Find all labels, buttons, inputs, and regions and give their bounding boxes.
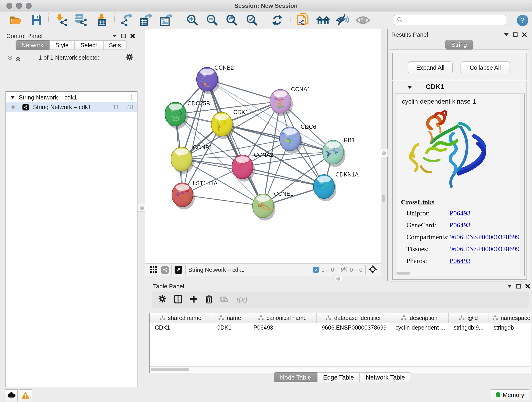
node-CCNB1[interactable]: CCNB1	[171, 144, 212, 174]
hidden-eye-icon[interactable]	[340, 266, 348, 274]
network-view[interactable]: CCNB2CCNA1CDC25BCDK1CDC6RB1CCNB1CCNA2CDK…	[145, 29, 381, 263]
network-view-title: String Network – cdk1	[188, 267, 244, 273]
zoom-fit-icon[interactable]	[224, 13, 239, 27]
tab-network-table[interactable]: Network Table	[360, 372, 411, 382]
node-CCNB2[interactable]: CCNB2	[196, 64, 234, 94]
panel-close-icon[interactable]	[525, 284, 530, 289]
node-CDC6[interactable]: CDC6	[279, 123, 316, 153]
node-CDKN1A[interactable]: CDKN1A	[313, 171, 359, 201]
expand-all-button[interactable]: Expand All	[408, 61, 453, 73]
cloud-button[interactable]	[5, 389, 18, 401]
left-splitter-grip[interactable]	[138, 204, 145, 212]
open-session-icon[interactable]	[8, 13, 23, 27]
crosslink-link[interactable]: P06493	[450, 257, 471, 265]
table-hscrollbar[interactable]	[150, 366, 530, 372]
edge-CDK1-RB1[interactable]	[222, 124, 333, 152]
search-field[interactable]	[394, 15, 506, 25]
panel-close-icon[interactable]	[522, 32, 527, 37]
import-table-icon[interactable]	[94, 13, 109, 27]
crosslink-link[interactable]: P06493	[450, 210, 471, 217]
bottom-splitter-grip[interactable]	[334, 275, 342, 281]
add-column-icon[interactable]	[190, 295, 197, 305]
network-vscroll-thumb[interactable]	[382, 195, 385, 202]
crosslink-label: GeneCard:	[406, 221, 450, 229]
network-options-gear-icon[interactable]	[126, 53, 133, 63]
help-icon[interactable]: ?	[515, 13, 530, 27]
zoom-in-icon[interactable]	[185, 13, 199, 27]
panel-float-icon[interactable]	[121, 33, 126, 38]
results-hscroll-thumb[interactable]	[396, 272, 410, 274]
show-columns-icon[interactable]	[174, 294, 182, 305]
table-hscroll-thumb[interactable]	[151, 368, 189, 371]
tab-style[interactable]: Style	[49, 40, 75, 50]
export-network-icon[interactable]	[119, 13, 133, 27]
detach-view-icon[interactable]	[175, 266, 182, 274]
panel-menu-icon[interactable]	[507, 285, 512, 288]
panel-menu-icon[interactable]	[112, 34, 117, 38]
selected-checkbox-icon[interactable]	[313, 267, 319, 273]
delete-column-icon[interactable]	[205, 294, 212, 305]
table-options-gear-icon[interactable]	[158, 295, 166, 305]
tab-sets[interactable]: Sets	[103, 40, 127, 50]
column-header-namespace[interactable]: namespace	[488, 313, 531, 323]
edge-CCNB2-HIST1H1A[interactable]	[182, 79, 207, 195]
node-HIST1H1A[interactable]: HIST1H1A	[172, 180, 218, 210]
zoom-out-icon[interactable]	[204, 13, 219, 27]
table-row[interactable]: CDK1CDK1P064939606.ENSP00000378699cyclin…	[150, 323, 531, 333]
node-label-CDK1: CDK1	[233, 109, 249, 115]
function-builder-button[interactable]: f(x)	[236, 295, 247, 304]
show-grid-icon[interactable]	[150, 265, 157, 274]
section-expander-icon[interactable]	[407, 86, 412, 89]
node-CCNE1[interactable]: CCNE1	[253, 191, 293, 220]
crosslink-label: Compartments:	[406, 233, 450, 241]
warnings-button[interactable]	[19, 389, 32, 401]
crosslink-link[interactable]: 9606.ENSP00000378699	[450, 245, 520, 253]
show-all-icon[interactable]	[355, 13, 370, 27]
tab-edge-table[interactable]: Edge Table	[317, 372, 360, 382]
node-CCNA1[interactable]: CCNA1	[270, 86, 310, 116]
crosslink-link[interactable]: P06493	[450, 221, 471, 229]
panel-close-icon[interactable]	[130, 33, 135, 38]
search-input[interactable]	[403, 16, 496, 24]
column-header--id[interactable]: @id	[449, 313, 488, 323]
panel-float-icon[interactable]	[516, 284, 521, 289]
network-collection-row[interactable]: String Network – cdk1 1	[6, 92, 137, 102]
zoom-selected-icon[interactable]	[244, 13, 259, 27]
column-header-database-identifier[interactable]: database identifier	[317, 313, 390, 323]
return-to-home-icon[interactable]	[316, 13, 330, 27]
right-splitter-grip[interactable]	[380, 149, 388, 157]
import-network-database-icon[interactable]	[74, 13, 89, 27]
tab-network[interactable]: Network	[16, 40, 49, 50]
refresh-icon[interactable]	[270, 13, 285, 27]
delete-table-icon[interactable]	[220, 295, 229, 304]
panel-float-icon[interactable]	[513, 32, 518, 37]
column-header-canonical-name[interactable]: canonical name	[248, 313, 317, 323]
column-header-name[interactable]: name	[211, 313, 248, 323]
save-session-icon[interactable]	[29, 13, 44, 27]
tab-string[interactable]: String	[445, 40, 473, 50]
fit-content-crosshair-icon[interactable]	[368, 265, 377, 275]
tab-select[interactable]: Select	[75, 40, 103, 50]
edge-CCNB2-CCNE1[interactable]	[207, 79, 263, 206]
network-type-badge-icon[interactable]	[161, 266, 169, 274]
network-canvas[interactable]: CCNB2CCNA1CDC25BCDK1CDC6RB1CCNB1CCNA2CDK…	[145, 29, 381, 263]
import-network-icon[interactable]	[55, 13, 69, 27]
collapse-all-button[interactable]: Collapse All	[461, 61, 510, 73]
tree-expander-icon[interactable]	[11, 96, 15, 99]
network-row-selected[interactable]: String Network – cdk1 11 48	[6, 102, 137, 112]
column-header-description[interactable]: description	[390, 313, 449, 323]
crosslink-link[interactable]: 9606.ENSP00000378699	[450, 233, 520, 241]
node-CDC25B[interactable]: CDC25B	[165, 100, 210, 129]
tab-node-table[interactable]: Node Table	[274, 372, 317, 382]
toolbar-separator	[265, 13, 266, 27]
panel-menu-icon[interactable]	[504, 33, 509, 36]
network-from-selection-icon[interactable]	[296, 13, 310, 27]
hide-selected-icon[interactable]	[336, 13, 350, 27]
export-image-icon[interactable]	[158, 13, 173, 27]
node-RB1[interactable]: RB1	[323, 137, 355, 167]
results-vscroll-track[interactable]	[520, 95, 523, 274]
node-CDK1[interactable]: CDK1	[211, 109, 249, 139]
column-header-shared-name[interactable]: shared name	[150, 313, 211, 323]
export-table-icon[interactable]	[138, 13, 153, 27]
memory-button[interactable]: Memory	[491, 389, 529, 400]
